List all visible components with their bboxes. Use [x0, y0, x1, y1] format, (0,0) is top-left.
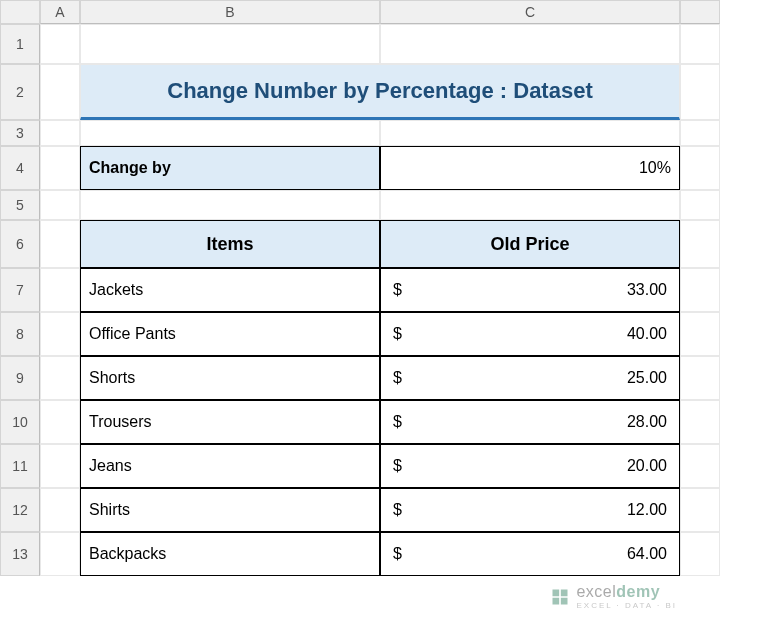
cell-b3[interactable] [80, 120, 380, 146]
cell-c3[interactable] [380, 120, 680, 146]
cell-b1[interactable] [80, 24, 380, 64]
item-cell[interactable]: Jackets [80, 268, 380, 312]
row-header-9[interactable]: 9 [0, 356, 40, 400]
logo-icon [550, 587, 570, 607]
currency-symbol: $ [389, 413, 402, 431]
price-cell[interactable]: $12.00 [380, 488, 680, 532]
col-header-c[interactable]: C [380, 0, 680, 24]
row-header-13[interactable]: 13 [0, 532, 40, 576]
price-header[interactable]: Old Price [380, 220, 680, 268]
title-cell[interactable]: Change Number by Percentage : Dataset [80, 64, 680, 120]
item-cell[interactable]: Jeans [80, 444, 380, 488]
col-header-empty[interactable] [680, 0, 720, 24]
brand-tagline: EXCEL · DATA · BI [576, 601, 677, 610]
item-cell[interactable]: Backpacks [80, 532, 380, 576]
currency-symbol: $ [389, 369, 402, 387]
cell-d11[interactable] [680, 444, 720, 488]
cell-d1[interactable] [680, 24, 720, 64]
cell-a11[interactable] [40, 444, 80, 488]
row-header-5[interactable]: 5 [0, 190, 40, 220]
price-cell[interactable]: $28.00 [380, 400, 680, 444]
row-header-8[interactable]: 8 [0, 312, 40, 356]
cell-d9[interactable] [680, 356, 720, 400]
col-header-a[interactable]: A [40, 0, 80, 24]
price-cell[interactable]: $25.00 [380, 356, 680, 400]
price-cell[interactable]: $40.00 [380, 312, 680, 356]
cell-c1[interactable] [380, 24, 680, 64]
item-cell[interactable]: Office Pants [80, 312, 380, 356]
cell-a12[interactable] [40, 488, 80, 532]
cell-d10[interactable] [680, 400, 720, 444]
price-cell[interactable]: $33.00 [380, 268, 680, 312]
currency-symbol: $ [389, 325, 402, 343]
cell-a13[interactable] [40, 532, 80, 576]
change-by-label[interactable]: Change by [80, 146, 380, 190]
cell-d5[interactable] [680, 190, 720, 220]
row-header-1[interactable]: 1 [0, 24, 40, 64]
row-header-4[interactable]: 4 [0, 146, 40, 190]
cell-a5[interactable] [40, 190, 80, 220]
row-header-3[interactable]: 3 [0, 120, 40, 146]
cell-a8[interactable] [40, 312, 80, 356]
currency-symbol: $ [389, 545, 402, 563]
price-amount: 12.00 [627, 501, 671, 519]
spreadsheet-grid: A B C 1 2 Change Number by Percentage : … [0, 0, 767, 576]
watermark-text: exceldemy EXCEL · DATA · BI [576, 583, 677, 610]
cell-a9[interactable] [40, 356, 80, 400]
watermark: exceldemy EXCEL · DATA · BI [550, 583, 677, 610]
cell-d12[interactable] [680, 488, 720, 532]
price-amount: 33.00 [627, 281, 671, 299]
currency-symbol: $ [389, 457, 402, 475]
cell-a7[interactable] [40, 268, 80, 312]
cell-d6[interactable] [680, 220, 720, 268]
item-cell[interactable]: Shirts [80, 488, 380, 532]
cell-a1[interactable] [40, 24, 80, 64]
item-cell[interactable]: Trousers [80, 400, 380, 444]
price-cell[interactable]: $20.00 [380, 444, 680, 488]
change-by-value[interactable]: 10% [380, 146, 680, 190]
price-amount: 40.00 [627, 325, 671, 343]
row-header-7[interactable]: 7 [0, 268, 40, 312]
items-header[interactable]: Items [80, 220, 380, 268]
price-cell[interactable]: $64.00 [380, 532, 680, 576]
currency-symbol: $ [389, 501, 402, 519]
item-cell[interactable]: Shorts [80, 356, 380, 400]
cell-d4[interactable] [680, 146, 720, 190]
col-header-b[interactable]: B [80, 0, 380, 24]
cell-d2[interactable] [680, 64, 720, 120]
price-amount: 64.00 [627, 545, 671, 563]
cell-d8[interactable] [680, 312, 720, 356]
cell-a2[interactable] [40, 64, 80, 120]
price-amount: 20.00 [627, 457, 671, 475]
cell-a10[interactable] [40, 400, 80, 444]
cell-d13[interactable] [680, 532, 720, 576]
row-header-2[interactable]: 2 [0, 64, 40, 120]
cell-c5[interactable] [380, 190, 680, 220]
row-header-10[interactable]: 10 [0, 400, 40, 444]
row-header-6[interactable]: 6 [0, 220, 40, 268]
cell-b5[interactable] [80, 190, 380, 220]
cell-a3[interactable] [40, 120, 80, 146]
cell-a4[interactable] [40, 146, 80, 190]
cell-d3[interactable] [680, 120, 720, 146]
cell-d7[interactable] [680, 268, 720, 312]
row-header-11[interactable]: 11 [0, 444, 40, 488]
price-amount: 28.00 [627, 413, 671, 431]
price-amount: 25.00 [627, 369, 671, 387]
currency-symbol: $ [389, 281, 402, 299]
cell-a6[interactable] [40, 220, 80, 268]
brand-name: exceldemy [576, 583, 677, 601]
row-header-12[interactable]: 12 [0, 488, 40, 532]
corner-cell[interactable] [0, 0, 40, 24]
